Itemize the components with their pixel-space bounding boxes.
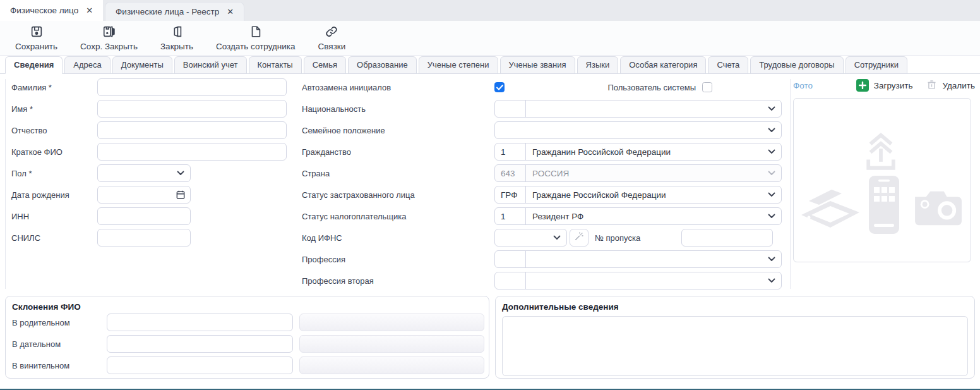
save-button-label: Сохранить xyxy=(15,42,57,51)
taxpayer-status-label: Статус налогоплательщика xyxy=(297,212,494,221)
chevron-down-icon xyxy=(768,214,775,219)
birth-date-input[interactable] xyxy=(97,186,191,204)
field-surname: Фамилия * xyxy=(6,76,296,98)
photo-upload-label: Загрузить xyxy=(874,81,913,90)
insured-status-label: Статус застрахованного лица xyxy=(297,190,494,200)
ifns-code-select[interactable] xyxy=(494,229,567,247)
insured-status-code: ГРФ xyxy=(495,186,526,203)
field-birth-date: Дата рождения xyxy=(6,184,296,205)
ifns-code-label: Код ИФНС xyxy=(297,233,494,243)
tab-svedeniya[interactable]: Сведения xyxy=(5,56,63,74)
dative-input[interactable] xyxy=(107,335,293,353)
profession-combo[interactable] xyxy=(494,250,782,268)
pass-number-input[interactable] xyxy=(681,229,773,247)
save-close-button-label: Сохр. Закрыть xyxy=(80,42,138,51)
trash-icon xyxy=(926,79,937,92)
field-gender: Пол * xyxy=(6,162,296,184)
insured-status-combo[interactable]: ГРФ Граждане Российской Федерации xyxy=(494,186,782,204)
field-taxpayer-status: Статус налогоплательщика 1 Резидент РФ xyxy=(297,205,790,227)
links-button[interactable]: Связки xyxy=(318,25,346,51)
first-name-label: Имя * xyxy=(6,104,97,114)
window-tab-label: Физическое лицо xyxy=(10,6,78,15)
field-nationality: Национальность xyxy=(297,98,790,119)
declension-panel-title: Склонения ФИО xyxy=(12,302,489,312)
first-name-input[interactable] xyxy=(97,100,287,118)
taxpayer-status-value: Резидент РФ xyxy=(526,212,768,221)
inn-input[interactable] xyxy=(97,207,191,225)
tab-voinskiy-uchet[interactable]: Воинский учет xyxy=(174,56,247,74)
form-column-middle: Автозамена инициалов Пользователь систем… xyxy=(297,76,790,291)
citizenship-label: Гражданство xyxy=(297,147,494,157)
tab-trudovye-dogovory[interactable]: Трудовые договоры xyxy=(750,56,843,74)
close-tab-icon[interactable]: ✕ xyxy=(227,8,234,16)
taxpayer-status-combo[interactable]: 1 Резидент РФ xyxy=(494,207,782,225)
patronymic-input[interactable] xyxy=(97,121,287,139)
nationality-code xyxy=(495,101,526,117)
nationality-combo[interactable] xyxy=(494,100,782,118)
window-tab-bar: Физическое лицо ✕ Физические лица - Реес… xyxy=(0,0,980,21)
additional-info-panel: Дополнительные сведения xyxy=(495,296,975,379)
tab-scheta[interactable]: Счета xyxy=(708,56,748,74)
accusative-input[interactable] xyxy=(107,356,293,374)
tab-obrazovanie[interactable]: Образование xyxy=(348,56,417,74)
field-insured-status: Статус застрахованного лица ГРФ Граждане… xyxy=(297,184,790,205)
tab-kontakty[interactable]: Контакты xyxy=(249,56,302,74)
ifns-autofill-button[interactable] xyxy=(570,229,589,247)
tab-sotrudniki[interactable]: Сотрудники xyxy=(846,56,907,74)
profession-code xyxy=(495,251,526,267)
additional-info-textarea[interactable] xyxy=(502,316,968,376)
auto-initials-checkbox[interactable] xyxy=(494,82,505,92)
short-fio-input[interactable] xyxy=(97,143,287,161)
plus-icon xyxy=(856,79,869,92)
field-citizenship: Гражданство 1 Гражданин Российской Федер… xyxy=(297,141,790,162)
photo-delete-button[interactable]: Удалить xyxy=(926,79,975,92)
profession-second-combo[interactable] xyxy=(494,272,782,289)
tab-adresa[interactable]: Адреса xyxy=(64,56,110,74)
close-button-label: Закрыть xyxy=(160,42,193,51)
form-right-divider xyxy=(790,79,791,289)
section-tab-bar: Сведения Адреса Документы Воинский учет … xyxy=(0,56,980,74)
marital-status-combo[interactable] xyxy=(494,121,782,139)
surname-input[interactable] xyxy=(97,78,287,96)
create-employee-button[interactable]: Создать сотрудника xyxy=(216,25,296,51)
gender-select[interactable] xyxy=(97,164,191,182)
profession-second-label: Профессия вторая xyxy=(297,276,494,286)
chevron-down-icon xyxy=(768,171,775,176)
genitive-input[interactable] xyxy=(107,314,293,331)
declension-panel: Склонения ФИО В родительном В дательном … xyxy=(5,296,489,379)
chevron-down-icon xyxy=(553,235,561,240)
snils-input[interactable] xyxy=(97,229,191,247)
window-tab-fizicheskie-lica-reestr[interactable]: Физические лица - Реестр ✕ xyxy=(105,2,244,21)
tab-yazyki[interactable]: Языки xyxy=(577,56,619,74)
camera-icon xyxy=(910,186,967,231)
patronymic-label: Отчество xyxy=(6,126,97,135)
close-tab-icon[interactable]: ✕ xyxy=(86,6,93,15)
citizenship-combo[interactable]: 1 Гражданин Российской Федерации xyxy=(494,143,782,161)
tab-semya[interactable]: Семья xyxy=(304,56,346,74)
magic-wand-icon xyxy=(574,231,584,244)
genitive-label: В родительном xyxy=(12,318,107,327)
citizenship-code: 1 xyxy=(495,143,526,160)
save-close-icon xyxy=(102,25,116,40)
tab-uchenye-zvaniya[interactable]: Ученые звания xyxy=(500,56,575,74)
photo-upload-button[interactable]: Загрузить xyxy=(856,79,913,92)
country-combo: 643 РОССИЯ xyxy=(494,164,782,182)
close-button[interactable]: Закрыть xyxy=(160,25,193,51)
new-document-icon xyxy=(249,25,263,40)
tab-uchenye-stepeni[interactable]: Ученые степени xyxy=(419,56,498,74)
photo-placeholder[interactable] xyxy=(793,98,971,262)
chevron-down-icon xyxy=(768,192,775,197)
citizenship-value: Гражданин Российской Федерации xyxy=(526,147,768,157)
save-button[interactable]: Сохранить xyxy=(15,25,57,51)
save-close-button[interactable]: Сохр. Закрыть xyxy=(80,25,138,51)
field-first-name: Имя * xyxy=(6,98,296,119)
window-tab-fizicheskoe-lico[interactable]: Физическое лицо ✕ xyxy=(0,0,103,21)
photo-section: Фото Загрузить Удалить xyxy=(793,78,975,262)
field-profession-second: Профессия вторая xyxy=(297,270,790,291)
system-user-checkbox[interactable] xyxy=(702,82,712,92)
tab-osobaya-kategoriya[interactable]: Особая категория xyxy=(620,56,706,74)
gender-label: Пол * xyxy=(6,169,97,178)
tab-dokumenty[interactable]: Документы xyxy=(112,56,172,74)
field-short-fio: Краткое ФИО xyxy=(6,141,296,162)
declension-row-dative: В дательном xyxy=(12,333,489,355)
